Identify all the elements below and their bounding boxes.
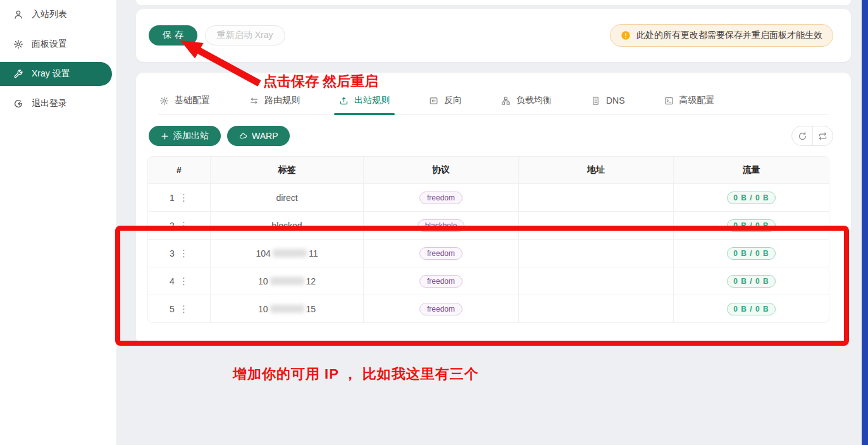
table-row: 3⋮ 10411 freedom 0 B / 0 B: [148, 239, 829, 267]
protocol-badge: blackhole: [418, 219, 465, 232]
refresh-icon: [798, 131, 807, 141]
tab-dns[interactable]: DNS: [590, 95, 626, 114]
sidebar-item-label: Xray 设置: [32, 68, 70, 80]
tab-label: 基础配置: [175, 95, 210, 106]
row-menu-icon[interactable]: ⋮: [179, 221, 189, 230]
tag-cell: direct: [211, 184, 364, 211]
plus-icon: [161, 132, 169, 140]
col-header-traffic: 流量: [674, 157, 829, 183]
tag-cell: 1012: [211, 267, 364, 295]
tab-basic-config[interactable]: 基础配置: [158, 95, 211, 114]
sidebar-item-xray-settings[interactable]: Xray 设置: [0, 62, 112, 86]
warning-icon: [621, 30, 631, 40]
tab-load-balance[interactable]: 负载均衡: [500, 95, 553, 114]
tag-cell: 1015: [211, 295, 364, 322]
repeat-icon: [818, 131, 828, 141]
save-button[interactable]: 保存: [149, 25, 197, 46]
swap-arrows-icon: [249, 96, 259, 106]
tag-cell: blocked: [211, 212, 364, 239]
table-row: 5⋮ 1015 freedom 0 B / 0 B: [148, 295, 829, 322]
refresh-button[interactable]: [792, 126, 812, 145]
tab-reverse[interactable]: 反向: [428, 95, 463, 114]
add-outbound-button[interactable]: 添加出站: [149, 126, 221, 146]
tab-label: 反向: [444, 95, 462, 106]
xray-settings-page: 入站列表 面板设置 Xray 设置 退出登录 保存 重新启动 Xray: [0, 0, 868, 445]
table-body: 1⋮ direct freedom 0 B / 0 B 2⋮ blocked b…: [148, 183, 829, 322]
col-header-tag: 标签: [211, 157, 364, 183]
address-cell: [519, 184, 674, 211]
table-row: 1⋮ direct freedom 0 B / 0 B: [148, 183, 829, 211]
address-cell: [519, 240, 674, 267]
traffic-badge: 0 B / 0 B: [727, 247, 775, 260]
row-menu-icon[interactable]: ⋮: [179, 248, 189, 258]
traffic-badge: 0 B / 0 B: [727, 192, 775, 204]
tab-label: 出站规则: [354, 95, 390, 106]
xray-config-card: 基础配置 路由规则 出站规则 反向: [136, 73, 851, 344]
tab-label: 负载均衡: [516, 95, 552, 106]
tab-label: 路由规则: [264, 95, 300, 106]
outbound-upload-icon: [339, 96, 349, 106]
cloud-icon: [239, 132, 247, 140]
sidebar-item-label: 入站列表: [32, 9, 67, 20]
sidebar-item-panel-settings[interactable]: 面板设置: [0, 32, 112, 56]
redacted-text: [273, 249, 307, 257]
gear-icon: [159, 96, 169, 106]
dns-list-icon: [591, 96, 600, 106]
traffic-badge: 0 B / 0 B: [727, 275, 775, 288]
col-header-protocol: 协议: [364, 157, 519, 183]
table-header: # 标签 协议 地址 流量: [148, 157, 829, 183]
restart-warning-banner: 此处的所有更改都需要保存并重启面板才能生效: [610, 24, 833, 47]
col-header-index: #: [148, 157, 211, 183]
previous-card-edge: [136, 0, 851, 5]
user-icon: [13, 9, 23, 20]
warning-text: 此处的所有更改都需要保存并重启面板才能生效: [636, 30, 822, 41]
logout-icon: [13, 99, 23, 109]
terminal-icon: [664, 96, 674, 106]
address-cell: [519, 267, 674, 295]
redacted-text: [270, 305, 304, 313]
outbounds-table: # 标签 协议 地址 流量 1⋮ direct freedom 0 B / 0 …: [147, 156, 829, 323]
reverse-box-icon: [429, 96, 438, 106]
row-menu-icon[interactable]: ⋮: [179, 304, 189, 314]
table-actions-row: 添加出站 WARP: [149, 126, 833, 146]
sidebar: 入站列表 面板设置 Xray 设置 退出登录: [0, 0, 117, 445]
warp-button[interactable]: WARP: [227, 126, 290, 146]
window-edge-strip: [862, 0, 868, 445]
protocol-badge: freedom: [419, 275, 462, 288]
annotation-ip-note: 增加你的可用 IP ， 比如我这里有三个: [233, 365, 479, 384]
tag-cell: 10411: [211, 240, 364, 267]
address-cell: [519, 295, 674, 322]
restart-xray-button[interactable]: 重新启动 Xray: [205, 25, 285, 46]
tab-outbound-rules[interactable]: 出站规则: [338, 95, 391, 114]
sidebar-item-inbounds[interactable]: 入站列表: [0, 3, 112, 27]
tab-advanced-config[interactable]: 高级配置: [663, 95, 716, 114]
cluster-icon: [501, 96, 511, 106]
sidebar-item-label: 退出登录: [32, 98, 67, 109]
row-menu-icon[interactable]: ⋮: [179, 276, 189, 286]
protocol-badge: freedom: [419, 303, 462, 315]
traffic-badge: 0 B / 0 B: [727, 219, 775, 232]
row-menu-icon[interactable]: ⋮: [179, 193, 189, 202]
tab-label: 高级配置: [679, 95, 715, 106]
gear-icon: [13, 39, 23, 49]
tab-label: DNS: [606, 95, 625, 106]
tab-routing-rules[interactable]: 路由规则: [248, 95, 301, 114]
col-header-address: 地址: [519, 157, 674, 183]
traffic-badge: 0 B / 0 B: [727, 303, 775, 315]
toggle-view-button[interactable]: [812, 126, 833, 145]
table-tools: [791, 126, 833, 146]
address-cell: [519, 212, 674, 239]
protocol-badge: freedom: [419, 247, 462, 260]
sidebar-item-logout[interactable]: 退出登录: [0, 92, 112, 116]
table-row: 4⋮ 1012 freedom 0 B / 0 B: [148, 267, 829, 295]
table-row: 2⋮ blocked blackhole 0 B / 0 B: [148, 211, 829, 239]
sidebar-item-label: 面板设置: [32, 39, 67, 50]
toolbar-card: 保存 重新启动 Xray 此处的所有更改都需要保存并重启面板才能生效: [136, 9, 851, 62]
protocol-badge: freedom: [419, 192, 462, 204]
xray-config-tabs: 基础配置 路由规则 出站规则 反向: [158, 95, 829, 115]
wrench-icon: [13, 69, 23, 79]
redacted-text: [270, 277, 304, 285]
